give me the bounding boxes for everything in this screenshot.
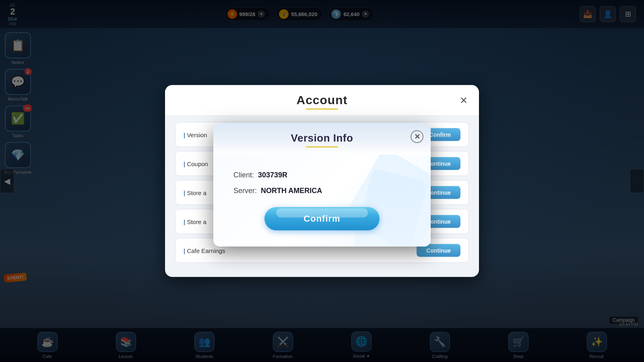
coupon-row-label: Coupon <box>184 160 208 167</box>
server-value: NORTH AMERICA <box>261 187 322 195</box>
version-modal-title: Version Info <box>225 132 419 144</box>
account-modal-title: Account <box>297 93 348 107</box>
version-title-underline <box>306 146 338 148</box>
version-modal-close-button[interactable]: ✕ <box>411 130 423 143</box>
store1-row-label: Store a <box>184 189 206 196</box>
version-confirm-button[interactable]: Confirm <box>264 207 380 230</box>
version-row-label: Version <box>184 131 207 138</box>
client-label: Client: <box>233 171 254 179</box>
server-label: Server: <box>233 187 257 195</box>
client-info-line: Client: 303739R <box>233 171 411 179</box>
account-title-underline <box>306 109 338 110</box>
client-value: 303739R <box>258 171 287 179</box>
version-info-modal: Version Info ✕ Client: 303739R Server: N… <box>213 123 431 247</box>
version-modal-header: Version Info ✕ <box>213 123 431 155</box>
server-info-line: Server: NORTH AMERICA <box>233 187 411 195</box>
cafe-row-label: Cafe Earnings <box>184 247 225 254</box>
account-modal-header: Account ✕ <box>165 85 479 116</box>
account-modal-close-button[interactable]: ✕ <box>456 93 471 108</box>
store2-row-label: Store a <box>184 218 206 225</box>
version-modal-body: Client: 303739R Server: NORTH AMERICA Co… <box>213 155 431 247</box>
account-modal-title-block: Account <box>297 93 348 110</box>
